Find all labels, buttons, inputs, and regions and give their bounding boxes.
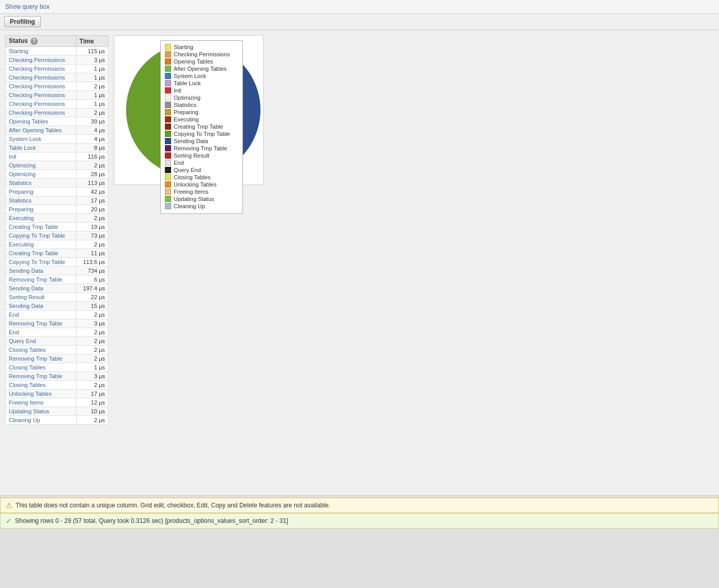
legend-label: Creating Tmp Table [174,123,223,130]
time-cell: 734 μs [76,267,108,275]
profiling-tab[interactable]: Profiling [4,16,41,27]
status-cell: Copying To Tmp Table [6,258,77,267]
legend-color-box [165,73,171,79]
table-row: Copying To Tmp Table73 μs [6,231,109,240]
table-row: Checking Permissions1 μs [6,100,109,109]
table-row: Checking Permissions1 μs [6,65,109,73]
status-cell: Creating Tmp Table [6,249,77,258]
legend-color-box [165,174,171,180]
legend-label: Copying To Tmp Table [174,131,230,137]
legend-item: Table Lock [165,80,238,86]
legend-item: Query End [165,167,238,173]
table-row: Checking Permissions2 μs [6,109,109,117]
status-cell: Sorting Result [6,293,77,302]
legend-label: Query End [174,167,201,173]
table-row: Executing2 μs [6,240,109,249]
legend-color-box [165,196,171,202]
legend-label: After Opening Tables [174,66,227,72]
show-query-link[interactable]: Show query box [5,3,50,10]
status-cell: Statistics [6,179,77,188]
time-cell: 2 μs [76,337,108,346]
time-cell: 2 μs [76,240,108,249]
time-cell: 3 μs [76,56,108,65]
table-row: Removing Tmp Table3 μs [6,319,109,328]
legend-item: Opening Tables [165,58,238,65]
status-cell: Statistics [6,196,77,205]
legend-label: End [174,160,184,166]
time-cell: 2 μs [76,82,108,91]
time-cell: 2 μs [76,161,108,170]
table-row: Opening Tables39 μs [6,117,109,126]
time-cell: 4 μs [76,126,108,135]
status-cell: Opening Tables [6,117,77,126]
status-cell: Optimizing [6,170,77,179]
status-cell: Sending Data [6,302,77,311]
time-cell: 73 μs [76,231,108,240]
legend-label: Unlocking Tables [174,181,217,188]
legend-color-box [165,123,171,130]
time-cell: 2 μs [76,354,108,363]
legend-item: Sending Data [165,138,238,144]
table-row: End2 μs [6,328,109,337]
legend-color-box [165,116,171,122]
status-cell: Query End [6,337,77,346]
time-cell: 19 μs [76,223,108,231]
table-row: Preparing42 μs [6,188,109,196]
time-cell: 1 μs [76,91,108,100]
table-row: Creating Tmp Table11 μs [6,249,109,258]
time-cell: 6 μs [76,275,108,284]
legend-item: Copying To Tmp Table [165,131,238,137]
time-cell: 42 μs [76,188,108,196]
legend-item: Starting [165,44,238,50]
table-row: Checking Permissions2 μs [6,82,109,91]
legend-color-box [165,160,171,166]
time-cell: 11 μs [76,249,108,258]
table-row: Cleaning Up2 μs [6,416,109,425]
legend-popup: StartingChecking PermissionsOpening Tabl… [160,40,243,214]
table-row: End2 μs [6,311,109,319]
legend-label: Starting [174,44,193,50]
time-cell: 113 μs [76,179,108,188]
status-cell: Sending Data [6,284,77,293]
legend-item: Checking Permissions [165,51,238,57]
legend-color-box [165,109,171,115]
legend-item: Statistics [165,102,238,108]
status-cell: Preparing [6,205,77,214]
legend-label: Closing Tables [174,174,210,180]
legend-label: Sorting Result [174,152,209,159]
legend-label: Opening Tables [174,58,213,65]
time-cell: 10 μs [76,407,108,416]
time-cell: 116 μs [76,152,108,161]
help-icon[interactable]: ? [30,38,38,45]
time-cell: 22 μs [76,293,108,302]
legend-color-box [165,102,171,108]
status-header: Status ? [6,36,77,47]
table-row: System Lock4 μs [6,135,109,144]
status-cell: Checking Permissions [6,56,77,65]
legend-label: Updating Status [174,196,214,202]
status-cell: Starting [6,47,77,56]
legend-color-box [165,189,171,195]
table-row: Sending Data197.4 μs [6,284,109,293]
status-cell: Creating Tmp Table [6,223,77,231]
legend-label: Init [174,87,181,94]
table-row: Removing Tmp Table3 μs [6,372,109,381]
table-row: Optimizing2 μs [6,161,109,170]
legend-item: Removing Tmp Table [165,145,238,151]
time-cell: 20 μs [76,205,108,214]
status-cell: Freeing Items [6,398,77,407]
legend-label: Checking Permissions [174,51,230,57]
status-cell: Optimizing [6,161,77,170]
warning-text: This table does not contain a unique col… [16,502,330,509]
table-row: Closing Tables1 μs [6,363,109,372]
legend-color-box [165,58,171,65]
table-row: Sorting Result22 μs [6,293,109,302]
time-cell: 197.4 μs [76,284,108,293]
time-cell: 2 μs [76,109,108,117]
legend-label: System Lock [174,73,206,79]
table-row: Unlocking Tables17 μs [6,390,109,398]
legend-color-box [165,167,171,173]
time-cell: 4 μs [76,135,108,144]
table-row: Init116 μs [6,152,109,161]
ok-icon: ✓ [6,517,12,525]
